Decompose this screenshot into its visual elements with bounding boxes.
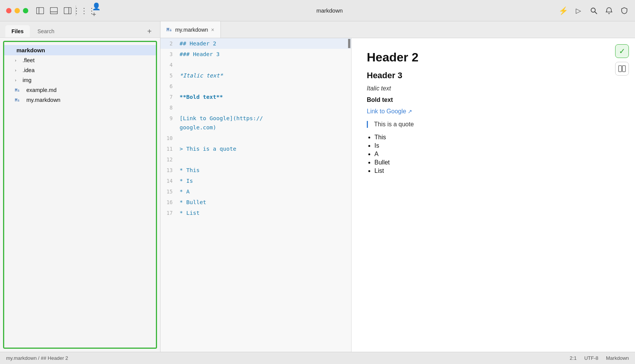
- statusbar: my.markdown / ## Header 2 2:1 UTF-8 Mark…: [0, 352, 635, 364]
- file-tree-item-fleet[interactable]: › .fleet: [4, 55, 156, 65]
- statusbar-language: Markdown: [606, 355, 629, 361]
- preview-bold: Bold text: [367, 97, 620, 103]
- code-line-5: 5 *Italic text*: [160, 70, 351, 81]
- line-number-16: 16: [160, 198, 180, 207]
- svg-rect-0: [37, 7, 44, 14]
- line-number-8: 8: [160, 103, 180, 112]
- file-name: my.markdown: [26, 97, 60, 103]
- code-line-15: 15 * A: [160, 186, 351, 197]
- code-line-2: 2 ## Header 2: [160, 38, 351, 49]
- file-tree-item-markdown[interactable]: markdown: [4, 45, 156, 55]
- editor-area: M↓ my.markdown × 2 ## Header 2 3 ### Hea…: [160, 21, 635, 352]
- close-tab-button[interactable]: ×: [211, 27, 214, 33]
- list-item: Is: [374, 142, 620, 149]
- close-button[interactable]: [6, 8, 11, 13]
- main-area: Files Search + markdown › .fleet › .idea…: [0, 21, 635, 352]
- file-tree: markdown › .fleet › .idea › img M↓ examp…: [3, 41, 157, 349]
- tab-search[interactable]: Search: [31, 25, 60, 37]
- code-line-9: 9 [Link to Google](https://google.com): [160, 113, 351, 133]
- chevron-right-icon: ›: [15, 78, 20, 82]
- list-item: List: [374, 168, 620, 174]
- statusbar-breadcrumb: my.markdown / ## Header 2: [6, 355, 570, 361]
- line-content-5: *Italic text*: [180, 71, 351, 80]
- line-content-17: * List: [180, 208, 351, 217]
- shield-icon[interactable]: [620, 6, 629, 15]
- bell-icon[interactable]: [604, 6, 614, 15]
- chevron-right-icon: ›: [15, 68, 20, 72]
- line-number-2: 2: [160, 39, 180, 48]
- preview-toolbar: ✓: [615, 44, 629, 76]
- list-item: Bullet: [374, 159, 620, 166]
- sidebar-toggle-icon[interactable]: [36, 6, 44, 15]
- folder-name: img: [23, 77, 31, 83]
- line-number-15: 15: [160, 187, 180, 196]
- chevron-right-icon: ›: [15, 58, 20, 63]
- line-number-17: 17: [160, 208, 180, 217]
- play-icon[interactable]: ▷: [574, 6, 583, 15]
- preview-split-button[interactable]: [615, 62, 629, 76]
- file-name: example.md: [26, 87, 57, 93]
- markdown-file-icon: M↓: [15, 88, 24, 93]
- preview-italic: Italic text: [367, 85, 620, 92]
- preview-link[interactable]: Link to Google: [367, 108, 620, 115]
- statusbar-encoding: UTF-8: [584, 355, 598, 361]
- svg-rect-4: [64, 7, 71, 14]
- titlebar-left-icons: [36, 6, 72, 15]
- minimize-button[interactable]: [15, 8, 20, 13]
- folder-name: markdown: [16, 47, 45, 53]
- svg-line-7: [595, 11, 597, 14]
- line-number-12: 12: [160, 155, 180, 164]
- preview-blockquote: This is a quote: [367, 121, 620, 128]
- line-number-4: 4: [160, 60, 180, 69]
- editor-split: 2 ## Header 2 3 ### Header 3 4 5 *Ita: [160, 38, 635, 352]
- file-tree-item-example-md[interactable]: M↓ example.md: [4, 85, 156, 95]
- tab-files[interactable]: Files: [5, 25, 30, 37]
- line-content-16: * Bullet: [180, 198, 351, 207]
- svg-rect-2: [50, 7, 58, 14]
- preview-h2: Header 2: [367, 50, 620, 64]
- code-line-14: 14 * Is: [160, 176, 351, 186]
- app-title: markdown: [100, 7, 559, 14]
- line-content-11: > This is a quote: [180, 144, 351, 153]
- editor-tab-my-markdown[interactable]: M↓ my.markdown ×: [160, 21, 221, 38]
- line-content-15: * A: [180, 187, 351, 196]
- grid-icon[interactable]: ⋮⋮⋮: [80, 6, 88, 15]
- line-number-7: 7: [160, 92, 180, 101]
- line-number-6: 6: [160, 82, 180, 91]
- code-pane[interactable]: 2 ## Header 2 3 ### Header 3 4 5 *Ita: [160, 38, 352, 352]
- sidebar: Files Search + markdown › .fleet › .idea…: [0, 21, 160, 352]
- file-tree-item-idea[interactable]: › .idea: [4, 65, 156, 75]
- statusbar-position: 2:1: [570, 355, 577, 361]
- line-content-9: [Link to Google](https://google.com): [180, 114, 351, 132]
- file-tree-item-img[interactable]: › img: [4, 75, 156, 85]
- panel-bottom-icon[interactable]: [50, 6, 58, 15]
- line-number-11: 11: [160, 144, 180, 153]
- code-line-8: 8: [160, 102, 351, 113]
- sidebar-tabs: Files Search +: [0, 21, 160, 38]
- line-number-13: 13: [160, 166, 180, 175]
- preview-h3: Header 3: [367, 71, 620, 81]
- titlebar: ⋮⋮⋮ 👤+ markdown ⚡ ▷: [0, 0, 635, 21]
- list-item: A: [374, 151, 620, 158]
- maximize-button[interactable]: [23, 8, 28, 13]
- titlebar-right-icons: ⚡ ▷: [559, 6, 629, 15]
- code-line-12: 12: [160, 154, 351, 165]
- file-tree-item-my-markdown[interactable]: M↓ my.markdown: [4, 95, 156, 105]
- svg-rect-9: [622, 66, 625, 72]
- editor-tab-filename: my.markdown: [175, 27, 208, 33]
- code-line-11: 11 > This is a quote: [160, 143, 351, 154]
- traffic-lights: [6, 8, 28, 13]
- code-line-3: 3 ### Header 3: [160, 49, 351, 60]
- panel-right-icon[interactable]: [63, 6, 72, 15]
- line-content-13: * This: [180, 166, 351, 175]
- folder-name: .idea: [23, 67, 34, 73]
- list-item: This: [374, 134, 620, 141]
- add-account-icon[interactable]: 👤+: [92, 6, 100, 15]
- line-number-14: 14: [160, 176, 180, 185]
- add-tab-button[interactable]: +: [144, 26, 155, 37]
- code-line-4: 4: [160, 60, 351, 70]
- lightning-icon[interactable]: ⚡: [559, 6, 568, 15]
- search-icon[interactable]: [589, 6, 598, 15]
- preview-check-button[interactable]: ✓: [615, 44, 629, 58]
- code-line-17: 17 * List: [160, 208, 351, 218]
